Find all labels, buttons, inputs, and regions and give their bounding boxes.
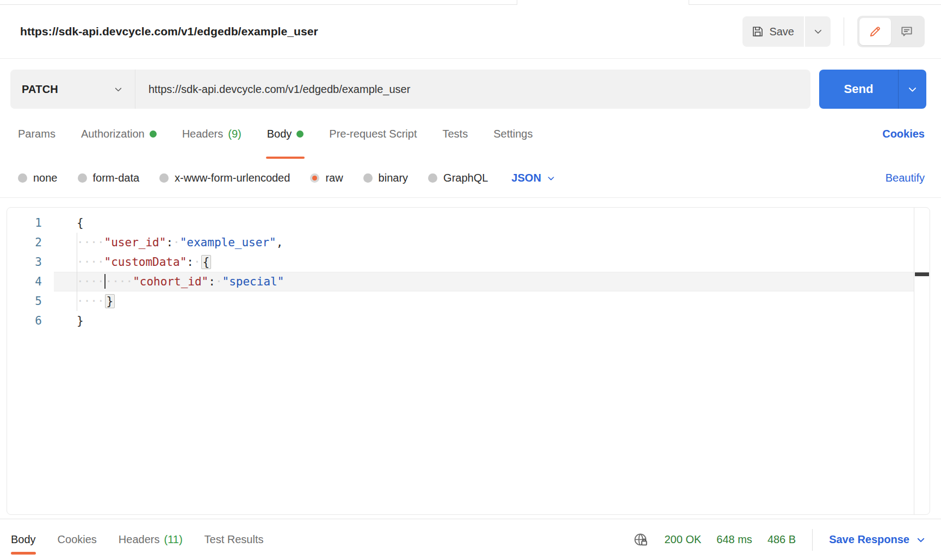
active-request-tab-gap [517, 0, 689, 5]
line-number: 1 [7, 213, 42, 233]
token-string: "special" [222, 275, 284, 288]
save-button-label: Save [769, 26, 794, 38]
token-string: "example_user" [180, 236, 276, 249]
token-matched-brace: { [201, 255, 212, 269]
code-line-2[interactable]: 2 ····"user_id":·"example_user", [7, 233, 930, 252]
radio-label: form-data [93, 172, 140, 184]
cookies-link[interactable]: Cookies [882, 128, 925, 140]
radio-label: raw [325, 172, 343, 184]
tab-headers[interactable]: Headers (9) [182, 109, 242, 159]
tab-label: Test Results [205, 533, 264, 546]
radio-binary[interactable]: binary [363, 172, 408, 184]
pencil-edit-icon [868, 24, 882, 39]
line-number: 6 [7, 311, 42, 331]
request-method-value: PATCH [22, 83, 58, 96]
request-url-row: PATCH Send [0, 59, 941, 109]
tab-pre-request-script[interactable]: Pre-request Script [329, 109, 417, 159]
green-dot-indicator [296, 130, 304, 138]
response-tabs: Body Cookies Headers (11) Test Results [11, 519, 264, 560]
save-response-button[interactable]: Save Response [829, 533, 926, 546]
code-line-3[interactable]: 3 ····"customData":·{ [7, 252, 930, 272]
chevron-down-icon [547, 174, 555, 183]
response-bar: Body Cookies Headers (11) Test Results 2… [0, 519, 941, 560]
line-number: 5 [7, 291, 42, 311]
token-key: "customData" [104, 256, 187, 269]
code-line-1[interactable]: 1 { [7, 213, 930, 233]
beautify-link[interactable]: Beautify [886, 172, 925, 184]
token-whitespace: · [173, 236, 180, 249]
edit-documentation-button[interactable] [859, 18, 891, 45]
token-whitespace: ···· [77, 295, 104, 308]
tab-label: Settings [493, 128, 533, 140]
tab-tests[interactable]: Tests [442, 109, 468, 159]
tab-label: Authorization [81, 128, 145, 140]
globe-lock-icon[interactable] [633, 532, 649, 548]
chevron-down-icon [813, 27, 823, 36]
token-whitespace: · [215, 275, 222, 288]
tab-label: Tests [442, 128, 468, 140]
tabstrip-border-right [689, 0, 941, 5]
title-actions: Save [742, 16, 925, 47]
status-code[interactable]: 200 OK [664, 533, 701, 546]
code-text: ········"cohort_id":·"special" [54, 272, 914, 291]
tab-body[interactable]: Body [267, 109, 304, 159]
request-method-select[interactable]: PATCH [10, 70, 135, 109]
text-cursor [104, 274, 106, 289]
request-tabs: Params Authorization Headers (9) Body Pr… [0, 109, 941, 159]
radio-raw[interactable]: raw [310, 172, 343, 184]
chevron-down-icon [907, 84, 918, 95]
line-number: 4 [7, 272, 42, 291]
radio-x-www-form-urlencoded[interactable]: x-www-form-urlencoded [159, 172, 290, 184]
tab-params[interactable]: Params [18, 109, 55, 159]
editor-overview-ruler[interactable] [914, 208, 930, 514]
code-text: { [54, 213, 914, 233]
tab-authorization[interactable]: Authorization [81, 109, 157, 159]
tab-settings[interactable]: Settings [493, 109, 533, 159]
response-tab-headers[interactable]: Headers (11) [119, 519, 183, 560]
code-line-4-active[interactable]: 4 ········"cohort_id":·"special" [7, 272, 930, 291]
tab-label: Cookies [58, 533, 97, 546]
radio-none[interactable]: none [18, 172, 58, 184]
line-number: 2 [7, 233, 42, 252]
request-title-bar: https://sdk-api.devcycle.com/v1/edgedb/e… [0, 5, 941, 59]
comment-icon [900, 24, 914, 39]
tab-label: Params [18, 128, 55, 140]
code-editor[interactable]: 1 { 2 ····"user_id":·"example_user", 3 ·… [7, 207, 930, 515]
radio-label: x-www-form-urlencoded [175, 172, 290, 184]
body-type-options: none form-data x-www-form-urlencoded raw… [0, 159, 941, 198]
url-field [135, 70, 810, 109]
token-whitespace: ···· [106, 275, 133, 288]
response-tab-test-results[interactable]: Test Results [205, 519, 264, 560]
cursor-position-marker [915, 272, 929, 276]
code-line-5[interactable]: 5 ····} [7, 291, 930, 311]
response-tab-cookies[interactable]: Cookies [58, 519, 97, 560]
save-button-group: Save [742, 16, 831, 47]
radio-graphql[interactable]: GraphQL [428, 172, 488, 184]
green-dot-indicator [150, 130, 157, 138]
radio-form-data[interactable]: form-data [78, 172, 140, 184]
save-button[interactable]: Save [742, 16, 804, 47]
token-whitespace: ···· [77, 275, 104, 288]
request-tabstrip [0, 0, 941, 5]
tab-label: Headers [182, 128, 224, 140]
send-button[interactable]: Send [819, 70, 898, 109]
language-value: JSON [511, 172, 541, 184]
response-tab-body[interactable]: Body [11, 519, 36, 560]
edit-comment-segmented-control [857, 16, 925, 47]
save-options-button[interactable] [805, 16, 831, 47]
send-split-button: Send [819, 70, 926, 109]
token-brace: } [77, 314, 84, 327]
response-size[interactable]: 486 B [767, 533, 796, 546]
radio-circle [159, 173, 169, 183]
tab-label: Body [11, 533, 36, 546]
language-select[interactable]: JSON [511, 172, 555, 184]
tab-label: Headers [119, 533, 160, 546]
token-colon: : [187, 256, 194, 269]
tab-label: Body [267, 128, 292, 140]
response-time[interactable]: 648 ms [716, 533, 752, 546]
code-line-6[interactable]: 6 } [7, 311, 930, 331]
send-options-button[interactable] [898, 70, 926, 109]
comment-button[interactable] [891, 18, 923, 45]
url-input[interactable] [135, 70, 810, 109]
chevron-down-icon [114, 85, 123, 94]
